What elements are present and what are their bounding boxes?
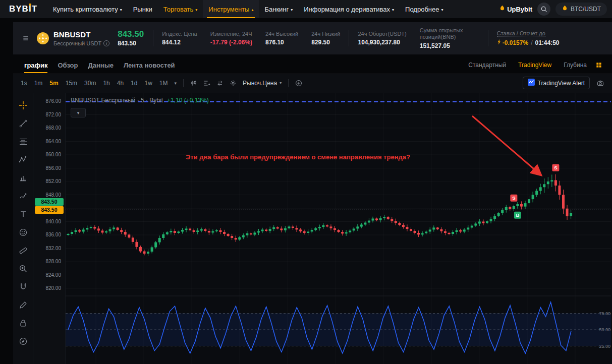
chart-tabs-row: графикОбзорДанныеЛента новостей Стандарт… [13,56,612,74]
upbybit-link[interactable]: UpBybit [499,5,532,13]
nav-item-label: Торговать [163,6,194,13]
tab-4[interactable]: Лента новостей [119,56,180,74]
xabcd-pattern-tool[interactable] [18,154,29,165]
timeframe-1w[interactable]: 1w [141,77,155,89]
view-toggle-2[interactable]: TradingView [512,62,558,69]
tradingview-alert-button[interactable]: TradingView Alert [523,77,590,89]
stat-value: 876.10 [265,39,298,46]
timeframe-15m[interactable]: 15m [62,77,81,89]
top-navbar: BYBIT Купить криптовалюту▾РынкиТорговать… [0,0,612,18]
brush-tool[interactable] [18,191,29,202]
crosshair-tool[interactable] [18,100,29,111]
lock-tool[interactable] [18,318,29,329]
screenshot-camera-button[interactable] [594,77,607,89]
pencil-tool[interactable] [18,299,29,311]
panel-collapse-button[interactable] [19,32,32,45]
mark-price: 843.50 [118,40,144,47]
text-tool[interactable] [18,209,29,220]
price-tick: 820.00 [45,285,61,291]
logo-i-mark: I [29,4,32,14]
ticker-stat-6: Сумма открытых позиций(BNB)151,527.05 [413,27,486,49]
add-order-button[interactable] [292,77,305,89]
price-tick: 836.00 [45,232,61,237]
divider [349,30,349,46]
nav-item-label: Инструменты [208,6,249,13]
nav-item-6[interactable]: Информация о деривативах▾ [298,0,400,18]
chart-plot-area[interactable]: SBS BNBUSDT Бессрочный · 5 · Bybit +1,10… [66,93,612,364]
more-timeframes-button[interactable]: ▾ [171,81,180,86]
nav-item-1[interactable]: Купить криптовалюту▾ [47,0,128,18]
nav-item-5[interactable]: Банкинг▾ [259,0,298,18]
price-tick: 872.00 [45,112,61,117]
last-price: 843.50 [118,30,144,39]
chart-canvas[interactable]: SBS [66,93,611,364]
svg-text:S: S [512,195,515,201]
legend-collapse-button[interactable]: ▾ [71,108,86,117]
layout-grid-button[interactable] [593,59,605,71]
ticker-stats: Индекс. Цена844.12Изменение, 24Ч-17.79 (… [155,27,486,49]
divider [488,30,488,46]
view-toggle-1[interactable]: Стандартный [462,62,512,69]
divider [288,79,289,87]
timeframe-1M[interactable]: 1M [156,77,172,89]
chevron-icon: ▾ [392,8,394,12]
emoji-tool[interactable] [18,227,29,238]
chart-toolbar: 1s1m5m15m30m1h4h1d1w1M ▾ Рыноч.Цена▾ Tra… [13,74,612,92]
magnet-tool[interactable] [18,281,29,292]
order-type-dropdown[interactable]: Рыноч.Цена▾ [240,80,285,87]
stat-value: 104,930,237.80 [358,39,406,46]
tab-3[interactable]: Данные [83,56,119,74]
last-price-badge: 843.50 [35,198,64,206]
chevron-down-icon: ▾ [280,81,282,85]
nav-item-3[interactable]: Торговать▾ [158,0,203,18]
settings-icon[interactable] [227,77,240,89]
lightning-icon [497,39,502,46]
view-toggle-3[interactable]: Глубина [558,62,593,69]
timeframe-30m[interactable]: 30m [81,77,99,89]
price-tick: 832.00 [45,246,61,251]
hot-pair-label: BTC/USDT [571,6,601,13]
nav-item-7[interactable]: Подробнее▾ [400,0,449,18]
ruler-tool[interactable] [18,245,29,256]
ticker-stat-4: 24ч Низкий829.50 [305,31,347,46]
ticker-stat-1: Индекс. Цена844.12 [155,31,204,46]
ticker-stat-5: 24ч Оборот(USDT)104,930,237.80 [351,31,413,46]
divider [183,79,184,87]
stat-value: 829.50 [311,39,340,46]
tab-1[interactable]: график [19,56,52,74]
fib-retracement-tool[interactable] [18,136,29,147]
nav-item-4[interactable]: Инструменты▴ [203,0,259,18]
tab-2[interactable]: Обзор [52,56,83,74]
compass-tool[interactable] [18,336,29,347]
price-tick: 828.00 [45,259,61,264]
chart-card: 1s1m5m15m30m1h4h1d1w1M ▾ Рыноч.Цена▾ Tra… [13,74,612,364]
stat-label: Индекс. Цена [162,31,197,37]
timeframe-5m[interactable]: 5m [46,77,62,89]
timeframe-4h[interactable]: 4h [114,77,127,89]
symbol-name[interactable]: BNBUSDT [53,30,109,39]
price-tick: 860.00 [45,152,61,157]
bybit-logo[interactable]: BYBIT [9,4,37,14]
compare-icon[interactable] [213,77,227,89]
nav-item-2[interactable]: Рынки [128,0,158,18]
stat-value: 151,527.05 [420,42,479,49]
search-button[interactable] [537,3,550,16]
svg-text:B: B [516,212,519,218]
timeframe-1m[interactable]: 1m [31,77,46,89]
chevron-icon: ▾ [195,8,197,12]
chart-style-icon[interactable] [187,77,200,89]
drawing-tools-sidebar [13,93,33,364]
price-axis[interactable]: 876.00872.00868.00864.00860.00856.00852.… [33,93,66,364]
stat-label: 24ч Низкий [311,31,340,37]
funding-countdown: 01:44:50 [535,39,559,46]
timeframe-1s[interactable]: 1s [17,77,31,89]
indicators-icon[interactable] [200,77,213,89]
info-icon[interactable]: i [103,40,109,46]
zoom-tool[interactable] [18,263,29,274]
trendline-tool[interactable] [18,118,29,129]
timeframe-1d[interactable]: 1d [127,77,141,89]
forecast-tool[interactable] [18,172,29,184]
stat-label: Изменение, 24Ч [210,31,252,37]
hot-pair-pill[interactable]: BTC/USDT [555,3,607,16]
timeframe-1h[interactable]: 1h [99,77,113,89]
